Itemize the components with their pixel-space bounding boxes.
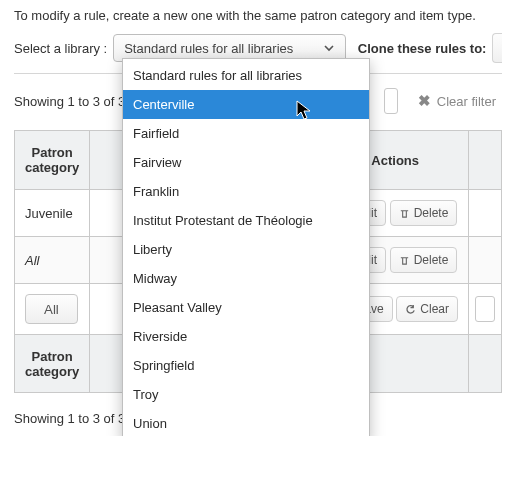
tf-patron: Patron category xyxy=(15,334,90,392)
delete-button[interactable]: Delete xyxy=(390,247,458,273)
clear-button[interactable]: Clear xyxy=(396,296,458,322)
th-extra xyxy=(469,131,501,189)
th-patron[interactable]: Patron category xyxy=(15,131,90,189)
clone-rules-label: Clone these rules to: xyxy=(358,41,487,56)
clear-filter-label: Clear filter xyxy=(437,94,496,109)
close-icon: ✖ xyxy=(418,92,431,110)
cell-patron: All xyxy=(15,236,90,283)
rotate-icon xyxy=(405,304,416,315)
library-dropdown-list[interactable]: Standard rules for all libraries Centerv… xyxy=(122,58,370,436)
trash-icon xyxy=(399,255,410,266)
delete-button[interactable]: Delete xyxy=(390,200,458,226)
dropdown-option[interactable]: Springfield xyxy=(123,351,369,380)
select-library-label: Select a library : xyxy=(14,41,107,56)
clone-target-select[interactable] xyxy=(492,33,502,63)
trash-icon xyxy=(399,208,410,219)
clear-filter-button[interactable]: ✖ Clear filter xyxy=(412,88,502,114)
modify-hint: To modify a rule, create a new one with … xyxy=(14,8,502,23)
dropdown-option[interactable]: Riverside xyxy=(123,322,369,351)
dropdown-option[interactable]: Institut Protestant de Théologie xyxy=(123,206,369,235)
numeric-input[interactable] xyxy=(475,296,495,322)
dropdown-option[interactable]: Fairfield xyxy=(123,119,369,148)
filter-input[interactable] xyxy=(384,88,398,114)
dropdown-option[interactable]: Troy xyxy=(123,380,369,409)
chevron-down-icon xyxy=(323,42,335,54)
dropdown-option[interactable]: Union xyxy=(123,409,369,436)
patron-all-button[interactable]: All xyxy=(25,294,78,324)
library-select-value: Standard rules for all libraries xyxy=(124,41,293,56)
dropdown-option[interactable]: Centerville xyxy=(123,90,369,119)
dropdown-option[interactable]: Liberty xyxy=(123,235,369,264)
dropdown-option[interactable]: Franklin xyxy=(123,177,369,206)
cell-patron: Juvenile xyxy=(15,189,90,236)
dropdown-option[interactable]: Midway xyxy=(123,264,369,293)
dropdown-option[interactable]: Fairview xyxy=(123,148,369,177)
dropdown-option[interactable]: Standard rules for all libraries xyxy=(123,61,369,90)
dropdown-option[interactable]: Pleasant Valley xyxy=(123,293,369,322)
